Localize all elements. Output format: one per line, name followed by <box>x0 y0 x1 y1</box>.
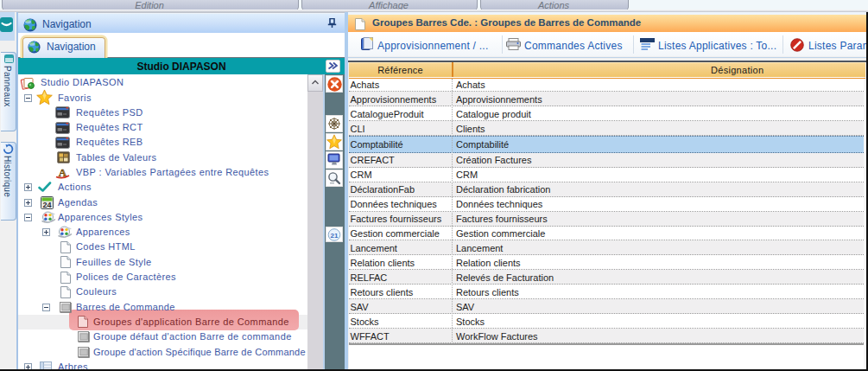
svg-text:21: 21 <box>331 232 339 240</box>
svg-text:24: 24 <box>42 201 51 209</box>
